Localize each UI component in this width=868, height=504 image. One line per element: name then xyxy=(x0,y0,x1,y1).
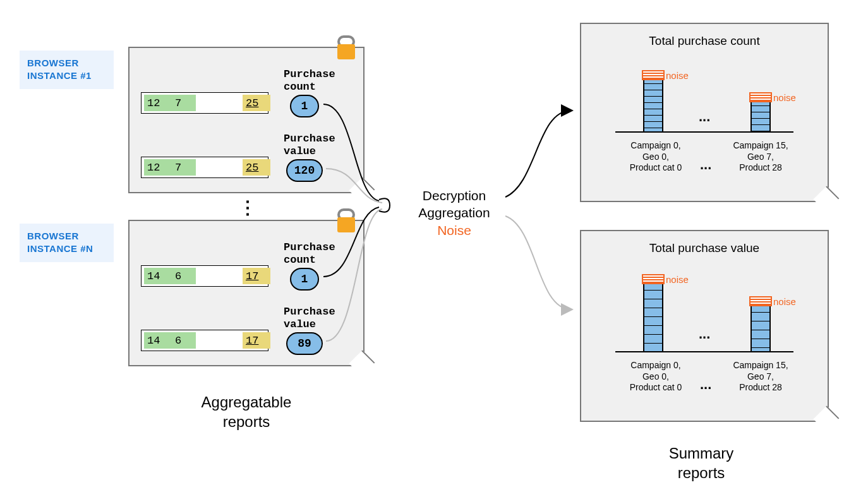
horizontal-ellipsis-icon: ... xyxy=(699,109,710,125)
summary-report-value-card: Total purchase value noise ... noise Cam… xyxy=(580,230,829,422)
chart-bar xyxy=(643,282,663,351)
horizontal-ellipsis-icon: ... xyxy=(700,376,711,393)
chart-axis-label: Campaign 0, Geo 0, Product cat 0 xyxy=(618,360,694,393)
chart-title: Total purchase count xyxy=(581,34,828,48)
horizontal-ellipsis-icon: ... xyxy=(700,157,711,173)
horizontal-ellipsis-icon: ... xyxy=(699,326,710,342)
chart-axis xyxy=(615,351,793,354)
chart-axis xyxy=(615,131,793,134)
process-steps-text: Decryption Aggregation Noise xyxy=(407,187,502,239)
chart-axis-label: Campaign 15, Geo 7, Product 28 xyxy=(723,360,799,393)
chart-axis-label: Campaign 15, Geo 7, Product 28 xyxy=(723,140,799,174)
chart-bar xyxy=(750,304,771,351)
chart-bar xyxy=(643,78,663,131)
chart-axis-label: Campaign 0, Geo 0, Product cat 0 xyxy=(618,140,694,174)
summary-report-count-card: Total purchase count noise ... noise Cam… xyxy=(580,23,829,202)
noise-text: Noise xyxy=(407,222,502,239)
chart-bar xyxy=(750,100,771,131)
summary-reports-caption: Summary reports xyxy=(632,443,771,483)
text: Aggregation xyxy=(407,204,502,221)
noise-label: noise xyxy=(773,296,796,307)
chart-title: Total purchase value xyxy=(581,241,828,255)
noise-label: noise xyxy=(666,70,689,81)
noise-label: noise xyxy=(773,92,796,103)
noise-label: noise xyxy=(666,274,689,285)
text: Decryption xyxy=(407,187,502,204)
